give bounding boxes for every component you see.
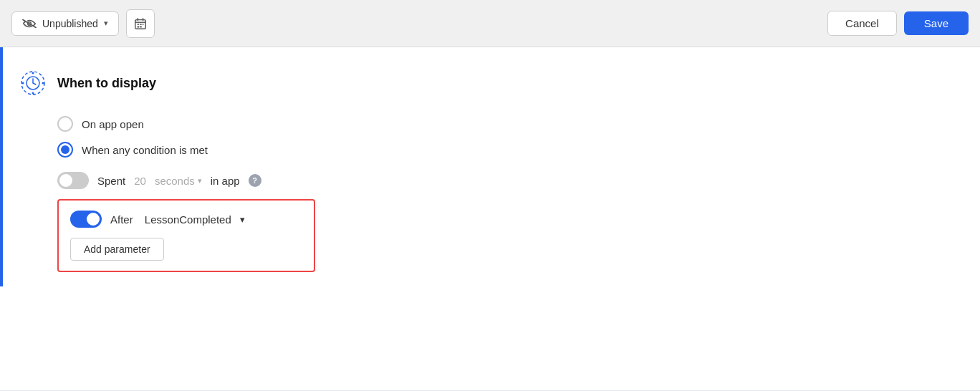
cancel-button[interactable]: Cancel: [827, 11, 897, 36]
radio-label-when-condition: When any condition is met: [82, 144, 208, 156]
radio-circle-when-condition: [57, 142, 73, 158]
calendar-button[interactable]: [126, 9, 155, 38]
seconds-label: seconds: [155, 175, 195, 187]
event-dropdown[interactable]: ▾: [240, 214, 245, 225]
add-parameter-button[interactable]: Add parameter: [70, 238, 164, 261]
svg-rect-6: [140, 26, 142, 27]
topbar-left: Unpublished ▾: [11, 9, 155, 38]
seconds-chevron-icon: ▾: [198, 176, 202, 185]
clock-icon: [17, 67, 49, 99]
radio-on-app-open[interactable]: On app open: [57, 116, 957, 132]
main-content: When to display On app open When any con…: [0, 47, 980, 391]
spent-value: 20: [134, 175, 146, 187]
unpublished-button[interactable]: Unpublished ▾: [11, 11, 119, 36]
calendar-icon: [134, 17, 147, 30]
topbar-right: Cancel Save: [827, 11, 969, 36]
eye-slash-icon: [22, 19, 37, 29]
svg-rect-2: [137, 24, 139, 25]
spent-toggle[interactable]: [57, 172, 89, 189]
topbar: Unpublished ▾ Cancel Save: [0, 0, 980, 47]
event-chevron-icon: ▾: [240, 214, 245, 225]
unpublished-label: Unpublished: [42, 18, 98, 29]
in-app-label: in app: [211, 175, 240, 187]
svg-rect-4: [143, 24, 144, 25]
svg-point-11: [32, 72, 34, 74]
svg-point-12: [32, 92, 34, 95]
svg-rect-3: [140, 24, 142, 25]
radio-when-condition[interactable]: When any condition is met: [57, 142, 957, 158]
section-header: When to display: [17, 67, 957, 99]
event-after-label: After LessonCompleted: [110, 213, 231, 226]
event-row: After LessonCompleted ▾: [70, 211, 302, 228]
chevron-down-icon: ▾: [104, 19, 108, 28]
save-button[interactable]: Save: [904, 11, 969, 35]
help-icon[interactable]: ?: [249, 174, 261, 187]
when-to-display-section: When to display On app open When any con…: [0, 47, 980, 286]
radio-label-on-app-open: On app open: [82, 118, 144, 130]
svg-point-10: [42, 82, 44, 85]
section-title: When to display: [57, 76, 156, 91]
seconds-dropdown[interactable]: seconds ▾: [155, 175, 202, 187]
event-red-box: After LessonCompleted ▾ Add parameter: [57, 199, 315, 272]
svg-rect-5: [137, 26, 139, 27]
condition-rows: Spent 20 seconds ▾ in app ? After Lesson…: [57, 172, 957, 272]
spent-label: Spent: [97, 175, 125, 187]
event-toggle[interactable]: [70, 211, 102, 228]
radio-circle-on-app-open: [57, 116, 73, 132]
event-name: LessonCompleted: [145, 213, 231, 226]
spent-row: Spent 20 seconds ▾ in app ?: [57, 172, 957, 189]
after-text: After: [110, 213, 133, 226]
radio-group: On app open When any condition is met: [57, 116, 957, 158]
svg-point-9: [22, 82, 24, 85]
